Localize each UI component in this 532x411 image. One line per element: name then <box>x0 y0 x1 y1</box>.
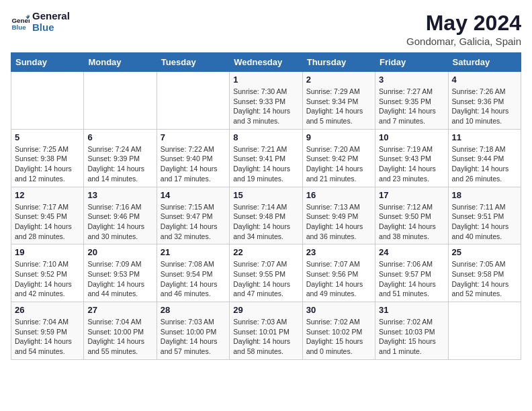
day-info: Sunrise: 7:07 AM Sunset: 9:56 PM Dayligh… <box>306 259 371 299</box>
weekday-header-row: SundayMondayTuesdayWednesdayThursdayFrid… <box>11 53 521 72</box>
weekday-header-thursday: Thursday <box>302 53 375 72</box>
calendar-cell: 7Sunrise: 7:22 AM Sunset: 9:40 PM Daylig… <box>157 129 229 187</box>
day-info: Sunrise: 7:17 AM Sunset: 9:45 PM Dayligh… <box>15 202 80 242</box>
calendar-cell: 21Sunrise: 7:08 AM Sunset: 9:54 PM Dayli… <box>157 244 229 302</box>
day-number: 11 <box>452 132 517 142</box>
day-info: Sunrise: 7:21 AM Sunset: 9:41 PM Dayligh… <box>233 144 298 184</box>
week-row-1: 1Sunrise: 7:30 AM Sunset: 9:33 PM Daylig… <box>11 72 521 130</box>
weekday-header-monday: Monday <box>84 53 157 72</box>
logo-line2: Blue <box>32 22 70 34</box>
day-info: Sunrise: 7:02 AM Sunset: 10:03 PM Daylig… <box>379 317 444 357</box>
day-info: Sunrise: 7:24 AM Sunset: 9:39 PM Dayligh… <box>87 144 152 184</box>
day-number: 16 <box>306 190 371 200</box>
week-row-3: 12Sunrise: 7:17 AM Sunset: 9:45 PM Dayli… <box>11 187 521 244</box>
calendar-cell: 24Sunrise: 7:06 AM Sunset: 9:57 PM Dayli… <box>375 244 448 302</box>
calendar-cell: 19Sunrise: 7:10 AM Sunset: 9:52 PM Dayli… <box>11 244 84 302</box>
calendar-cell: 18Sunrise: 7:11 AM Sunset: 9:51 PM Dayli… <box>448 187 521 244</box>
calendar-cell: 3Sunrise: 7:27 AM Sunset: 9:35 PM Daylig… <box>375 72 448 130</box>
day-number: 5 <box>15 132 80 142</box>
calendar-cell: 20Sunrise: 7:09 AM Sunset: 9:53 PM Dayli… <box>84 244 157 302</box>
calendar-cell: 9Sunrise: 7:20 AM Sunset: 9:42 PM Daylig… <box>302 129 375 187</box>
calendar-cell <box>84 72 157 130</box>
calendar-cell: 10Sunrise: 7:19 AM Sunset: 9:43 PM Dayli… <box>375 129 448 187</box>
month-title: May 2024 <box>406 11 521 36</box>
day-number: 10 <box>379 132 444 142</box>
day-info: Sunrise: 7:02 AM Sunset: 10:02 PM Daylig… <box>306 317 371 357</box>
day-number: 27 <box>87 305 152 315</box>
day-info: Sunrise: 7:18 AM Sunset: 9:44 PM Dayligh… <box>452 144 517 184</box>
day-number: 17 <box>379 190 444 200</box>
calendar-cell: 15Sunrise: 7:14 AM Sunset: 9:48 PM Dayli… <box>230 187 302 244</box>
day-info: Sunrise: 7:07 AM Sunset: 9:55 PM Dayligh… <box>233 259 298 299</box>
weekday-header-friday: Friday <box>375 53 448 72</box>
day-info: Sunrise: 7:11 AM Sunset: 9:51 PM Dayligh… <box>452 202 517 242</box>
day-info: Sunrise: 7:05 AM Sunset: 9:58 PM Dayligh… <box>452 259 517 299</box>
calendar-cell: 4Sunrise: 7:26 AM Sunset: 9:36 PM Daylig… <box>448 72 521 130</box>
calendar-cell: 29Sunrise: 7:03 AM Sunset: 10:01 PM Dayl… <box>230 302 302 360</box>
day-number: 22 <box>233 247 298 257</box>
day-info: Sunrise: 7:09 AM Sunset: 9:53 PM Dayligh… <box>87 259 152 299</box>
week-row-4: 19Sunrise: 7:10 AM Sunset: 9:52 PM Dayli… <box>11 244 521 302</box>
calendar-cell: 13Sunrise: 7:16 AM Sunset: 9:46 PM Dayli… <box>84 187 157 244</box>
day-number: 15 <box>233 190 298 200</box>
calendar-cell: 5Sunrise: 7:25 AM Sunset: 9:38 PM Daylig… <box>11 129 84 187</box>
day-info: Sunrise: 7:29 AM Sunset: 9:34 PM Dayligh… <box>306 87 371 126</box>
title-block: May 2024 Gondomar, Galicia, Spain <box>406 11 521 47</box>
week-row-5: 26Sunrise: 7:04 AM Sunset: 9:59 PM Dayli… <box>11 302 521 360</box>
calendar-cell: 31Sunrise: 7:02 AM Sunset: 10:03 PM Dayl… <box>375 302 448 360</box>
calendar-cell: 17Sunrise: 7:12 AM Sunset: 9:50 PM Dayli… <box>375 187 448 244</box>
day-info: Sunrise: 7:03 AM Sunset: 10:00 PM Daylig… <box>161 317 226 357</box>
day-info: Sunrise: 7:30 AM Sunset: 9:33 PM Dayligh… <box>233 87 298 126</box>
day-info: Sunrise: 7:10 AM Sunset: 9:52 PM Dayligh… <box>15 259 80 299</box>
day-info: Sunrise: 7:04 AM Sunset: 10:00 PM Daylig… <box>87 317 152 357</box>
day-info: Sunrise: 7:25 AM Sunset: 9:38 PM Dayligh… <box>15 144 80 184</box>
day-number: 29 <box>233 305 298 315</box>
calendar-cell: 27Sunrise: 7:04 AM Sunset: 10:00 PM Dayl… <box>84 302 157 360</box>
calendar-cell: 2Sunrise: 7:29 AM Sunset: 9:34 PM Daylig… <box>302 72 375 130</box>
calendar-cell: 28Sunrise: 7:03 AM Sunset: 10:00 PM Dayl… <box>157 302 229 360</box>
day-number: 4 <box>452 75 517 85</box>
week-row-2: 5Sunrise: 7:25 AM Sunset: 9:38 PM Daylig… <box>11 129 521 187</box>
svg-text:Blue: Blue <box>11 23 26 30</box>
calendar-cell: 25Sunrise: 7:05 AM Sunset: 9:58 PM Dayli… <box>448 244 521 302</box>
day-info: Sunrise: 7:16 AM Sunset: 9:46 PM Dayligh… <box>87 202 152 242</box>
day-number: 19 <box>15 247 80 257</box>
day-info: Sunrise: 7:20 AM Sunset: 9:42 PM Dayligh… <box>306 144 371 184</box>
calendar-cell: 16Sunrise: 7:13 AM Sunset: 9:49 PM Dayli… <box>302 187 375 244</box>
day-number: 24 <box>379 247 444 257</box>
day-info: Sunrise: 7:08 AM Sunset: 9:54 PM Dayligh… <box>161 259 226 299</box>
day-number: 3 <box>379 75 444 85</box>
day-number: 13 <box>87 190 152 200</box>
weekday-header-wednesday: Wednesday <box>230 53 302 72</box>
logo: General Blue General Blue <box>11 11 70 33</box>
logo-line1: General <box>32 11 70 22</box>
day-number: 31 <box>379 305 444 315</box>
calendar-body: 1Sunrise: 7:30 AM Sunset: 9:33 PM Daylig… <box>11 72 521 360</box>
weekday-header-tuesday: Tuesday <box>157 53 229 72</box>
day-number: 2 <box>306 75 371 85</box>
day-number: 8 <box>233 132 298 142</box>
calendar-cell: 11Sunrise: 7:18 AM Sunset: 9:44 PM Dayli… <box>448 129 521 187</box>
calendar-cell: 23Sunrise: 7:07 AM Sunset: 9:56 PM Dayli… <box>302 244 375 302</box>
day-info: Sunrise: 7:03 AM Sunset: 10:01 PM Daylig… <box>233 317 298 357</box>
day-info: Sunrise: 7:06 AM Sunset: 9:57 PM Dayligh… <box>379 259 444 299</box>
location-subtitle: Gondomar, Galicia, Spain <box>406 36 521 47</box>
day-number: 14 <box>161 190 226 200</box>
day-number: 30 <box>306 305 371 315</box>
calendar-cell: 8Sunrise: 7:21 AM Sunset: 9:41 PM Daylig… <box>230 129 302 187</box>
day-info: Sunrise: 7:12 AM Sunset: 9:50 PM Dayligh… <box>379 202 444 242</box>
calendar-cell: 14Sunrise: 7:15 AM Sunset: 9:47 PM Dayli… <box>157 187 229 244</box>
day-info: Sunrise: 7:27 AM Sunset: 9:35 PM Dayligh… <box>379 87 444 126</box>
calendar-cell <box>157 72 229 130</box>
day-info: Sunrise: 7:14 AM Sunset: 9:48 PM Dayligh… <box>233 202 298 242</box>
day-number: 21 <box>161 247 226 257</box>
day-number: 7 <box>161 132 226 142</box>
header: General Blue General Blue May 2024 Gondo… <box>11 11 521 47</box>
calendar-cell: 30Sunrise: 7:02 AM Sunset: 10:02 PM Dayl… <box>302 302 375 360</box>
day-info: Sunrise: 7:26 AM Sunset: 9:36 PM Dayligh… <box>452 87 517 126</box>
day-number: 28 <box>161 305 226 315</box>
day-info: Sunrise: 7:13 AM Sunset: 9:49 PM Dayligh… <box>306 202 371 242</box>
day-number: 26 <box>15 305 80 315</box>
day-info: Sunrise: 7:19 AM Sunset: 9:43 PM Dayligh… <box>379 144 444 184</box>
calendar-cell <box>448 302 521 360</box>
